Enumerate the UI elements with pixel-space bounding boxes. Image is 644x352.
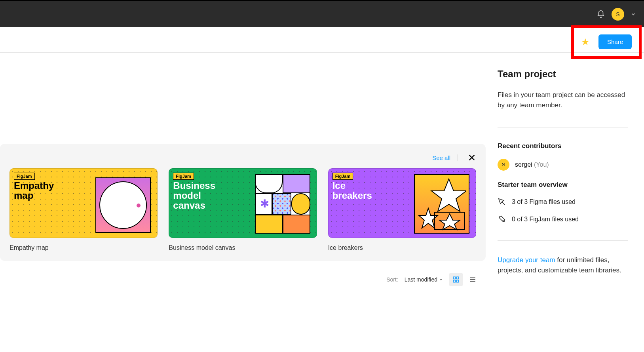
upgrade-text: Upgrade your team for unlimited files, p…	[498, 255, 628, 276]
overview-heading: Starter team overview	[498, 181, 628, 189]
figjam-badge: FigJam	[14, 173, 35, 180]
chevron-down-icon[interactable]	[631, 11, 636, 17]
template-card[interactable]: FigJam Empathy map Empathy map	[9, 168, 158, 251]
template-title: Empathy map	[9, 244, 158, 251]
sort-label: Sort:	[386, 276, 398, 283]
templates-panel: See all FigJam Empathy map Empathy map	[0, 144, 486, 261]
grid-icon	[452, 276, 460, 283]
template-thumb-label: Business model canvas	[173, 181, 215, 211]
grid-view-button[interactable]	[449, 273, 463, 286]
sidebar-description: Files in your team project can be access…	[498, 90, 628, 111]
figjam-usage-row: 0 of 3 FigJam files used	[498, 215, 628, 224]
list-icon	[469, 276, 476, 283]
template-card[interactable]: FigJam Business model canvas ✱ Business …	[169, 168, 317, 251]
contributor-row[interactable]: S sergei (You)	[498, 159, 628, 171]
contributor-avatar: S	[498, 159, 509, 171]
share-highlight: ★ Share	[571, 25, 642, 59]
share-button[interactable]: Share	[598, 34, 632, 49]
svg-marker-0	[431, 179, 466, 211]
subheader	[0, 27, 644, 53]
contributor-name: sergei	[515, 161, 532, 168]
top-bar: S	[0, 1, 644, 27]
user-avatar[interactable]: S	[612, 8, 624, 21]
svg-rect-6	[453, 280, 455, 282]
chevron-down-icon	[439, 278, 443, 282]
template-title: Business model canvas	[169, 244, 317, 251]
svg-marker-3	[439, 214, 460, 230]
svg-rect-7	[457, 280, 459, 282]
svg-rect-5	[457, 277, 459, 279]
figjam-badge: FigJam	[332, 173, 353, 180]
contributor-you-label: (You)	[534, 161, 549, 168]
svg-rect-4	[453, 277, 455, 279]
close-icon[interactable]	[467, 153, 476, 162]
list-view-button[interactable]	[466, 273, 479, 286]
see-all-link[interactable]: See all	[432, 154, 458, 161]
template-thumb-label: Empathy map	[14, 181, 54, 200]
figma-usage-row: 3 of 3 Figma files used	[498, 198, 628, 206]
sort-dropdown[interactable]: Last modified	[405, 276, 443, 283]
figjam-badge: FigJam	[173, 173, 194, 180]
marker-icon	[498, 215, 506, 224]
sidebar: Team project Files in your team project …	[486, 53, 644, 291]
template-thumb-label: Ice breakers	[332, 181, 372, 200]
star-icon[interactable]: ★	[581, 36, 590, 48]
template-card[interactable]: FigJam Ice breakers Ice breakers	[328, 168, 476, 251]
notifications-icon[interactable]	[597, 10, 605, 19]
sort-row: Sort: Last modified	[0, 261, 486, 286]
sidebar-title: Team project	[498, 68, 628, 80]
upgrade-link[interactable]: Upgrade your team	[498, 256, 555, 264]
pen-icon	[498, 198, 506, 206]
recent-contributors-heading: Recent contributors	[498, 142, 628, 150]
template-title: Ice breakers	[328, 244, 476, 251]
